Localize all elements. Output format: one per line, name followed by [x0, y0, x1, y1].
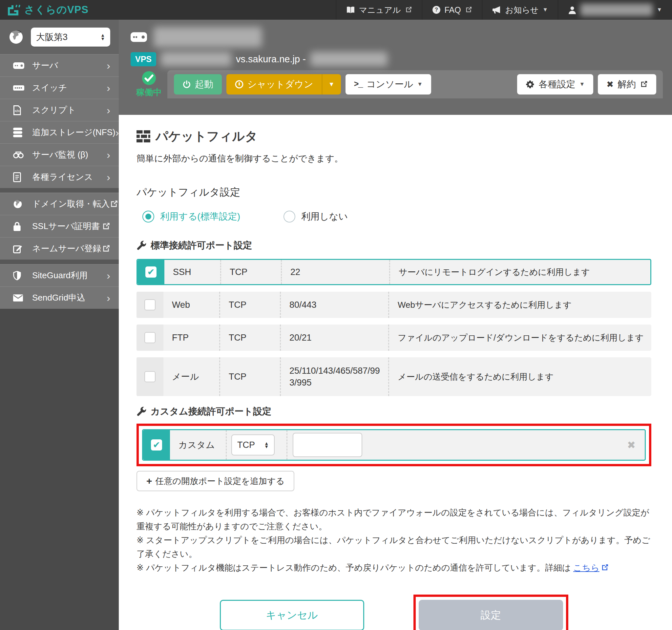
ftp-checkbox[interactable]	[144, 332, 155, 343]
checkbox-cell	[137, 292, 163, 318]
shutdown-dropdown-toggle[interactable]: ▼	[322, 74, 341, 95]
region-select-value: 大阪第3	[36, 31, 68, 43]
external-link-icon	[102, 244, 110, 253]
custom-checkbox[interactable]: ✔	[151, 439, 162, 451]
settings-button-label: 各種設定	[538, 78, 575, 91]
topbar: さくらのVPS マニュアル ? FAQ	[0, 0, 672, 20]
user-menu[interactable]: ▼	[558, 0, 672, 20]
port-row-web: Web TCP 80/443 Webサーバにアクセスするために利用します	[137, 292, 651, 318]
chevron-right-icon: ›	[106, 83, 110, 93]
question-icon: ?	[432, 6, 441, 14]
sidebar-item-domain[interactable]: ドメイン取得・転入	[0, 193, 119, 215]
envelope-icon	[13, 294, 26, 301]
radio-use-filter[interactable]: 利用する(標準設定)	[142, 210, 240, 223]
radio-circle	[284, 211, 295, 222]
faq-link[interactable]: ? FAQ	[422, 0, 482, 20]
shield-icon	[13, 271, 26, 280]
external-link-icon[interactable]	[601, 564, 609, 572]
shutdown-button-label: シャットダウン	[247, 78, 313, 91]
storage-icon	[13, 128, 26, 138]
sidebar-item-licenses[interactable]: 各種ライセンス ›	[0, 166, 119, 188]
sidebar-item-sendgrid[interactable]: SendGrid申込 ›	[0, 287, 119, 309]
sidebar-item-additional-storage[interactable]: 追加ストレージ(NFS) ›	[0, 121, 119, 143]
select-carets-icon: ▲▼	[100, 33, 105, 40]
redacted-username	[580, 4, 653, 16]
sidebar-item-label: 各種ライセンス	[32, 171, 106, 183]
settings-dropdown-button[interactable]: 各種設定 ▼	[517, 74, 593, 95]
stop-icon	[235, 80, 243, 89]
region-selector-box: 大阪第3 ▲▼	[0, 20, 119, 54]
chevron-down-icon: ▼	[543, 6, 548, 13]
console-button[interactable]: >_ コンソール ▼	[345, 74, 431, 95]
details-link[interactable]: こちら	[573, 563, 599, 573]
checkbox-cell	[137, 324, 163, 351]
edit-icon	[13, 244, 26, 253]
external-link-icon	[405, 6, 412, 14]
redacted-hostname-prefix	[161, 52, 231, 66]
protocol: TCP	[220, 260, 281, 284]
chevron-right-icon: ›	[116, 127, 119, 138]
submit-button[interactable]: 設定	[419, 600, 563, 630]
sidebar-menu-external: ドメイン取得・転入 SSLサーバ証明書	[0, 193, 119, 260]
console-button-label: コンソール	[366, 78, 413, 91]
remove-row-icon[interactable]: ✖	[627, 439, 635, 451]
sidebar-item-server-monitoring[interactable]: サーバ監視 (β) ›	[0, 143, 119, 166]
add-port-button[interactable]: + 任意の開放ポート設定を追加する	[137, 471, 294, 491]
custom-port-input[interactable]	[293, 433, 362, 457]
manual-label: マニュアル	[359, 5, 401, 16]
web-checkbox[interactable]	[144, 299, 155, 310]
sidebar-item-label: サーバ監視 (β)	[32, 149, 106, 161]
sidebar-item-nameserver[interactable]: ネームサーバ登録	[0, 237, 119, 260]
sidebar-item-switch[interactable]: スイッチ ›	[0, 76, 119, 99]
megaphone-icon	[492, 6, 501, 14]
sidebar-item-script[interactable]: </> スクリプト ›	[0, 99, 119, 121]
sakura-logo-icon	[7, 4, 20, 16]
cancel-contract-button[interactable]: ✖ 解約	[598, 74, 656, 95]
external-link-icon	[465, 6, 472, 14]
x-icon: ✖	[606, 79, 614, 90]
firewall-brick-icon	[137, 130, 150, 142]
service-name: カスタム	[170, 430, 226, 460]
shutdown-button[interactable]: シャットダウン	[226, 74, 322, 95]
sidebar-item-server[interactable]: サーバ ›	[0, 54, 119, 76]
packet-filter-page: パケットフィルタ 簡単に外部からの通信を制御することができます。 パケットフィル…	[119, 115, 672, 630]
svg-text:</>: </>	[15, 108, 20, 113]
radio-no-filter[interactable]: 利用しない	[284, 210, 348, 223]
checkbox-cell: ✔	[138, 260, 164, 284]
note-stateless-text: ※ パケットフィルタ機能はステートレス動作のため、予め戻りパケットのための通信を…	[137, 563, 571, 573]
cancel-button[interactable]: キャンセル	[220, 600, 364, 630]
check-circle-icon	[142, 71, 156, 85]
service-name: SSH	[164, 260, 220, 284]
select-carets-icon: ▲▼	[264, 442, 269, 448]
radio-circle	[142, 211, 154, 222]
sidebar-divider	[0, 188, 119, 193]
chevron-right-icon: ›	[106, 60, 110, 71]
ssh-checkbox[interactable]: ✔	[145, 266, 157, 277]
manual-link[interactable]: マニュアル	[336, 0, 422, 20]
page-description: 簡単に外部からの通信を制御することができます。	[137, 152, 651, 164]
server-status: 稼働中	[130, 71, 167, 98]
standard-ports-table: ✔ SSH TCP 22 サーバにリモートログインするために利用します Web …	[137, 259, 651, 396]
sidebar-filler	[0, 309, 119, 630]
news-menu[interactable]: お知らせ ▼	[482, 0, 558, 20]
sidebar-item-ssl-certificate[interactable]: SSLサーバ証明書	[0, 215, 119, 237]
sakura-vps-logo[interactable]: さくらのVPS	[0, 0, 89, 20]
wrench-icon	[137, 407, 146, 416]
ports: 22	[281, 260, 389, 284]
chevron-down-icon: ▼	[656, 6, 662, 13]
sidebar-item-siteguard[interactable]: SiteGuard利用 ›	[0, 264, 119, 287]
sidebar-item-label: SSLサーバ証明書	[32, 220, 102, 232]
sidebar-item-label: SendGrid申込	[32, 292, 106, 304]
filter-setting-heading: パケットフィルタ設定	[137, 186, 651, 199]
ports: 25/110/143/465/587/993/995	[280, 357, 388, 396]
note-stateless: ※ パケットフィルタ機能はステートレス動作のため、予め戻りパケットのための通信を…	[137, 561, 651, 575]
mail-checkbox[interactable]	[144, 371, 155, 382]
globe-icon	[8, 29, 24, 45]
region-select[interactable]: 大阪第3 ▲▼	[31, 28, 110, 47]
protocol-select[interactable]: TCP ▲▼	[231, 434, 274, 456]
start-button[interactable]: 起動	[174, 74, 222, 95]
sidebar-item-label: スクリプト	[32, 104, 106, 116]
chevron-down-icon: ▼	[417, 81, 423, 88]
server-icon	[13, 62, 26, 69]
chevron-right-icon: ›	[106, 293, 110, 303]
